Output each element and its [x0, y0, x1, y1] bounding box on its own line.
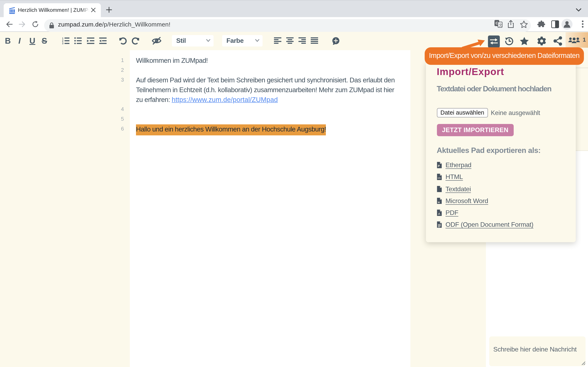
- svg-text:P: P: [438, 164, 440, 167]
- svg-text:3: 3: [62, 42, 63, 44]
- svg-text:w: w: [438, 200, 440, 203]
- svg-text:</>: </>: [438, 177, 441, 179]
- svg-text:文: 文: [499, 23, 502, 27]
